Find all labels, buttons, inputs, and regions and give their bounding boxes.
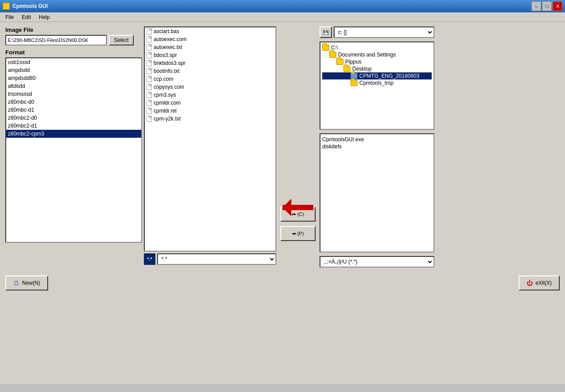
file-list-container[interactable]: asciart.bas autoexec.com autoexec.txt bd… xyxy=(144,26,276,252)
file-item-1[interactable]: autoexec.com xyxy=(145,35,275,43)
maximize-button[interactable]: □ xyxy=(542,1,552,11)
exit-icon: ⏻ xyxy=(527,279,533,286)
format-item-6[interactable]: z80mbc-d1 xyxy=(6,106,141,114)
file-item-8[interactable]: cpm3.sys xyxy=(145,91,275,99)
tree-item-5[interactable]: Cpmtools_tmp xyxy=(322,79,432,87)
file-item-9[interactable]: cpmldr.com xyxy=(145,99,275,107)
tree-label-2: Pippus xyxy=(345,59,362,65)
format-item-3[interactable]: altdsdd xyxy=(6,82,141,90)
drive-icon: 💾 xyxy=(320,26,332,38)
file-icon xyxy=(147,84,152,90)
file-item-4[interactable]: bnkbdos3.spr xyxy=(145,59,275,67)
folder-icon xyxy=(322,45,329,51)
folder-icon xyxy=(350,80,358,86)
files-panel-item-0[interactable]: CpmtoolsGUI.exe xyxy=(322,136,432,143)
drive-select[interactable]: c: [] xyxy=(334,26,434,38)
close-button[interactable]: ✕ xyxy=(553,1,562,11)
format-section: Format osb1sssd ampdsdd ampdsdd80 altdsd… xyxy=(5,49,142,243)
panels-wrapper: Image File Select Format osb1sssd ampdsd… xyxy=(5,26,560,268)
image-file-row: Select xyxy=(5,35,142,45)
tree-label-5: Cpmtools_tmp xyxy=(359,80,393,86)
tree-item-3[interactable]: Desktop xyxy=(322,65,432,72)
file-item-5[interactable]: bootinfo.txt xyxy=(145,67,275,75)
new-icon: 🗋 xyxy=(13,279,19,286)
select-button[interactable]: Select xyxy=(109,35,134,45)
exit-label: eXit(X) xyxy=(535,280,552,286)
format-item-9[interactable]: z80mbc2-cpm3 xyxy=(6,130,141,138)
folder-icon xyxy=(336,59,343,65)
tree-item-2[interactable]: Pippus xyxy=(322,58,432,65)
svg-marker-1 xyxy=(282,199,291,216)
app-icon xyxy=(3,3,10,10)
file-item-11[interactable]: cpm-y2k.txt xyxy=(145,115,275,123)
tree-item-0[interactable]: C:\ xyxy=(322,44,432,51)
new-button[interactable]: 🗋 New(N) xyxy=(5,275,48,290)
tree-item-4[interactable]: CPMTG_ENG_20180903 xyxy=(322,72,432,79)
red-arrow-annotation xyxy=(278,190,318,225)
menu-bar: File Edit Help xyxy=(0,12,565,22)
title-text: Cpmtools GUI xyxy=(12,3,48,9)
file-item-0[interactable]: asciart.bas xyxy=(145,27,275,35)
file-icon xyxy=(147,36,152,42)
file-item-2[interactable]: autoexec.txt xyxy=(145,43,275,51)
format-item-7[interactable]: z80mbc2-d0 xyxy=(6,114,141,122)
filter-select-row: ,.;×Ä,¡§²U (*.*) xyxy=(320,256,434,268)
right-panel: 💾 c: [] C:\ Documents and Settings xyxy=(320,26,434,268)
middle-panel: asciart.bas autoexec.com autoexec.txt bd… xyxy=(144,26,276,265)
new-label: New(N) xyxy=(22,280,40,286)
file-item-7[interactable]: copysys.com xyxy=(145,83,275,91)
file-list: asciart.bas autoexec.com autoexec.txt bd… xyxy=(145,27,275,123)
filter-select[interactable]: ,.;×Ä,¡§²U (*.*) xyxy=(320,256,434,268)
window-controls: – □ ✕ xyxy=(531,1,562,11)
folder-icon xyxy=(343,66,350,72)
format-list: osb1sssd ampdsdd ampdsdd80 altdsdd trsom… xyxy=(6,58,141,138)
tree-label-0: C:\ xyxy=(331,45,338,51)
tree-label-3: Desktop xyxy=(352,66,372,72)
file-item-3[interactable]: bdos3.spr xyxy=(145,51,275,59)
file-item-10[interactable]: cpmldr.rel xyxy=(145,107,275,115)
menu-help[interactable]: Help xyxy=(35,13,53,21)
file-icon xyxy=(147,108,152,114)
format-item-5[interactable]: z80mbc-d0 xyxy=(6,98,141,106)
file-item-6[interactable]: ccp.com xyxy=(145,75,275,83)
files-panel[interactable]: CpmtoolsGUI.exe diskdefs xyxy=(320,133,434,253)
file-icon xyxy=(147,44,152,50)
exit-button[interactable]: ⏻ eXit(X) xyxy=(519,275,560,290)
format-item-0[interactable]: osb1sssd xyxy=(6,58,141,66)
menu-file[interactable]: File xyxy=(2,13,17,21)
file-icon xyxy=(147,28,152,34)
bottom-buttons: 🗋 New(N) ⏻ eXit(X) xyxy=(5,272,560,294)
files-panel-item-1[interactable]: diskdefs xyxy=(322,143,432,150)
file-icon xyxy=(147,100,152,106)
filter-row: *.* *.* xyxy=(144,253,276,265)
image-file-label: Image File xyxy=(5,26,142,33)
folder-icon xyxy=(350,73,358,79)
gap-panel: ➡ (C) ⬅ (P) xyxy=(278,26,318,268)
tree-label-4: CPMTG_ENG_20180903 xyxy=(359,73,419,79)
drive-dropdown-row: 💾 c: [] xyxy=(320,26,434,38)
folder-icon xyxy=(329,52,336,58)
folder-tree-container[interactable]: C:\ Documents and Settings Pippus Deskto… xyxy=(320,41,434,130)
main-content: Image File Select Format osb1sssd ampdsd… xyxy=(0,22,565,384)
left-panel: Image File Select Format osb1sssd ampdsd… xyxy=(5,26,142,243)
file-icon xyxy=(147,92,152,98)
image-file-input[interactable] xyxy=(5,35,107,45)
format-label: Format xyxy=(5,49,142,56)
file-icon xyxy=(147,116,152,122)
image-file-section: Image File Select xyxy=(5,26,142,45)
filter-wildcard-icon: *.* xyxy=(144,253,155,265)
file-icon xyxy=(147,76,152,82)
format-item-4[interactable]: trsomsssd xyxy=(6,90,141,98)
title-bar: Cpmtools GUI – □ ✕ xyxy=(0,0,565,12)
minimize-button[interactable]: – xyxy=(531,1,541,11)
tree-label-1: Documents and Settings xyxy=(338,52,396,58)
filter-dropdown[interactable]: *.* xyxy=(157,253,276,265)
file-icon xyxy=(147,60,152,66)
format-item-8[interactable]: z80mbc2-d1 xyxy=(6,122,141,130)
file-icon xyxy=(147,52,152,58)
format-item-2[interactable]: ampdsdd80 xyxy=(6,74,141,82)
menu-edit[interactable]: Edit xyxy=(18,13,34,21)
file-icon xyxy=(147,68,152,74)
format-list-container[interactable]: osb1sssd ampdsdd ampdsdd80 altdsdd trsom… xyxy=(5,57,142,243)
format-item-1[interactable]: ampdsdd xyxy=(6,66,141,74)
